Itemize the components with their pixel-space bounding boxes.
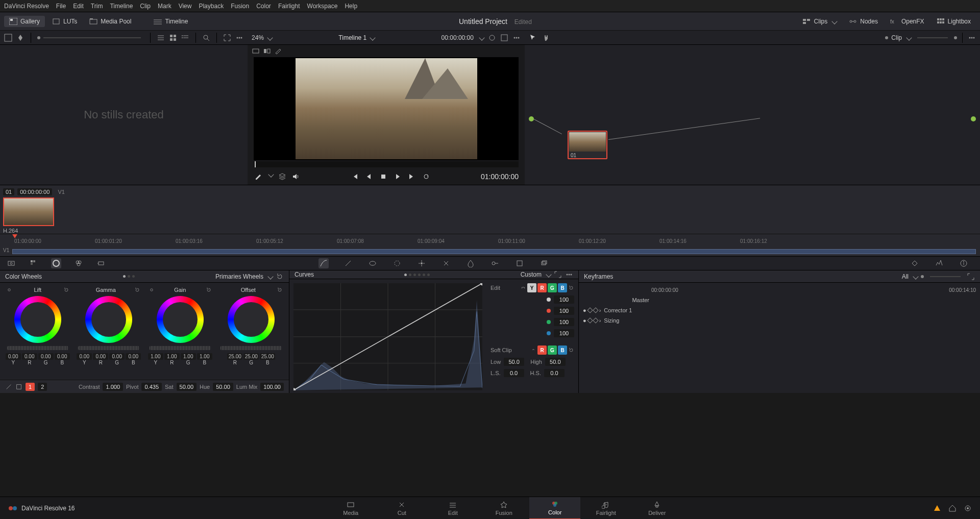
expand-icon[interactable] — [223, 34, 231, 42]
motion-effects-icon[interactable] — [96, 258, 106, 268]
val[interactable]: 0.00 — [93, 353, 108, 360]
color-wheel[interactable] — [14, 296, 61, 343]
color-warper-icon[interactable] — [343, 258, 353, 268]
page-edit[interactable]: Edit — [427, 497, 478, 520]
val[interactable]: 0.00 — [126, 353, 141, 360]
menu-item[interactable]: Playback — [199, 3, 224, 10]
node-graph-output[interactable] — [971, 116, 976, 121]
clips-toggle[interactable]: Clips — [798, 16, 842, 27]
hue-value[interactable]: 50.00 — [213, 383, 233, 391]
intensity-value[interactable]: 100 — [554, 307, 574, 315]
val[interactable]: 1.00 — [164, 353, 180, 360]
color-picker-icon[interactable] — [488, 34, 496, 42]
menu-item[interactable]: Clip — [140, 3, 151, 10]
play-icon[interactable] — [394, 172, 402, 181]
layers-icon[interactable] — [278, 172, 286, 181]
hand-icon[interactable] — [542, 34, 550, 42]
picker-icon[interactable] — [149, 287, 155, 293]
page-cut[interactable]: Cut — [376, 497, 427, 520]
menu-item[interactable]: View — [179, 3, 192, 10]
hs-value[interactable]: 0.0 — [544, 369, 565, 377]
chevron-down-icon[interactable] — [267, 274, 273, 279]
panel-page-dots[interactable] — [123, 275, 135, 278]
more-icon[interactable] — [235, 34, 243, 42]
reset-icon[interactable] — [206, 287, 212, 293]
camera-raw-icon[interactable] — [6, 258, 16, 268]
slider-handle[interactable] — [885, 36, 888, 39]
magic-mask-icon[interactable] — [441, 258, 451, 268]
reset-icon[interactable] — [568, 346, 574, 354]
slider-handle[interactable] — [921, 275, 924, 278]
link-icon[interactable] — [530, 346, 536, 354]
kf-sizing-row[interactable]: ●›Sizing — [579, 315, 980, 326]
panel-page-dots[interactable] — [404, 274, 430, 276]
curves-icon[interactable] — [318, 258, 329, 268]
scopes-icon[interactable] — [934, 258, 944, 268]
chevron-down-icon[interactable] — [267, 35, 273, 40]
wheel-handle[interactable] — [107, 317, 111, 322]
master-jog[interactable] — [78, 346, 139, 350]
clip-dropdown[interactable]: Clip — [891, 34, 902, 41]
home-icon[interactable] — [948, 504, 957, 512]
playhead[interactable] — [12, 234, 17, 238]
openfx-toggle[interactable]: fx OpenFX — [885, 16, 929, 27]
master-jog[interactable] — [150, 346, 211, 350]
val[interactable]: 1.00 — [181, 353, 196, 360]
expand-icon[interactable] — [967, 273, 975, 281]
menu-item[interactable]: File — [56, 3, 66, 10]
page-fairlight[interactable]: Fairlight — [580, 497, 631, 520]
master-jog[interactable] — [7, 346, 68, 350]
window-icon[interactable] — [392, 258, 402, 268]
last-frame-icon[interactable] — [408, 172, 416, 181]
chevron-down-icon[interactable] — [546, 271, 551, 277]
mute-icon[interactable] — [291, 172, 300, 181]
menu-item[interactable]: Help — [345, 3, 357, 10]
mediapool-toggle[interactable]: Media Pool — [84, 16, 136, 27]
val[interactable]: 0.00 — [55, 353, 70, 360]
stills-view-icon[interactable] — [4, 34, 12, 42]
list2-icon[interactable] — [181, 34, 189, 42]
picker-icon[interactable] — [15, 383, 22, 391]
wheel-handle[interactable] — [178, 317, 182, 322]
nodes-toggle[interactable]: Nodes — [844, 16, 883, 27]
lightbox-toggle[interactable]: Lightbox — [932, 16, 976, 27]
chevron-down-icon[interactable] — [268, 171, 274, 177]
blur-icon[interactable] — [465, 258, 476, 268]
more-icon[interactable] — [565, 270, 573, 279]
first-frame-icon[interactable] — [351, 172, 359, 181]
timeline-name[interactable]: Timeline 1 — [338, 34, 366, 41]
color-wheel[interactable] — [228, 296, 275, 343]
kf-filter[interactable]: All — [902, 273, 909, 280]
sat-value[interactable]: 50.00 — [177, 383, 197, 391]
split-icon[interactable] — [263, 47, 271, 55]
node-zoom-slider[interactable] — [917, 37, 948, 38]
page-color[interactable]: Color — [529, 497, 580, 520]
zoom-value[interactable]: 24% — [252, 34, 264, 41]
val[interactable]: 0.00 — [38, 353, 54, 360]
menu-item[interactable]: Workspace — [307, 3, 338, 10]
menu-item[interactable]: Mark — [158, 3, 172, 10]
val[interactable]: 1.00 — [148, 353, 163, 360]
page-deliver[interactable]: Deliver — [631, 497, 682, 520]
chevron-down-icon[interactable] — [913, 274, 918, 279]
curves-mode[interactable]: Custom — [521, 271, 542, 278]
sc-g-button[interactable]: G — [548, 345, 557, 355]
page-1[interactable]: 1 — [26, 383, 35, 391]
warning-icon[interactable] — [933, 504, 941, 512]
key-icon[interactable] — [490, 258, 500, 268]
curve-graph[interactable] — [293, 283, 482, 390]
marker-icon[interactable] — [16, 34, 24, 42]
reset-icon[interactable] — [568, 284, 574, 292]
page-fusion[interactable]: Fusion — [478, 497, 529, 520]
reset-icon[interactable] — [276, 273, 284, 281]
image-wipe-icon[interactable] — [252, 47, 260, 55]
prev-frame-icon[interactable] — [365, 172, 373, 181]
sizing-icon[interactable] — [514, 258, 525, 268]
node-editor[interactable]: 01 — [525, 45, 980, 185]
mini-timeline[interactable]: 01:00:00:00 01:00:01:20 01:00:03:16 01:0… — [0, 234, 980, 256]
color-match-icon[interactable] — [29, 258, 39, 268]
channel-r-button[interactable]: R — [537, 283, 547, 292]
pivot-value[interactable]: 0.435 — [141, 383, 162, 391]
keyframe-icon[interactable] — [587, 317, 593, 323]
chevron-down-icon[interactable] — [906, 35, 912, 40]
